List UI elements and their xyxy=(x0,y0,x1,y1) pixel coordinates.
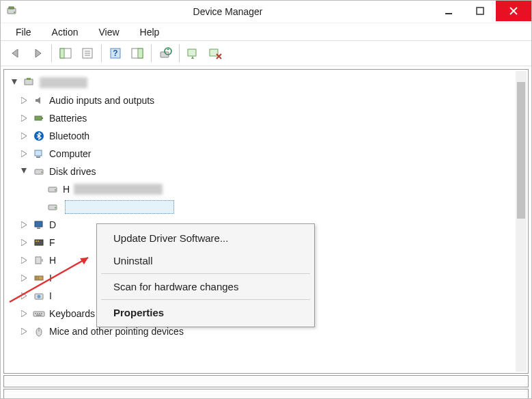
tree-label: Disk drives xyxy=(49,166,96,177)
context-menu-update-driver[interactable]: Update Driver Software... xyxy=(98,227,313,249)
context-menu-properties[interactable]: Properties xyxy=(98,301,313,324)
tree-item-disk-child-selected[interactable] xyxy=(7,198,525,216)
action-button[interactable] xyxy=(127,43,148,64)
speaker-icon xyxy=(33,94,45,107)
app-icon xyxy=(5,5,18,18)
card-icon xyxy=(33,236,45,249)
close-button[interactable] xyxy=(496,1,531,21)
expand-icon[interactable] xyxy=(20,256,29,264)
svg-rect-16 xyxy=(138,49,143,58)
context-menu-scan[interactable]: Scan for hardware changes xyxy=(98,275,313,298)
show-hide-console-button[interactable] xyxy=(55,43,76,64)
tree-label: Computer xyxy=(49,148,91,159)
spacer xyxy=(34,185,42,193)
context-menu-uninstall[interactable]: Uninstall xyxy=(98,249,313,272)
expand-icon[interactable] xyxy=(20,238,29,247)
tree-label: H xyxy=(49,255,56,266)
imaging-icon xyxy=(33,290,45,302)
tree-item-disk-drives[interactable]: Disk drives xyxy=(7,163,525,180)
drive-icon xyxy=(33,165,45,178)
tree-item-bluetooth[interactable]: Bluetooth xyxy=(7,127,525,145)
expand-collapse-icon[interactable] xyxy=(11,79,19,87)
tree-root[interactable] xyxy=(7,74,525,92)
menu-file[interactable]: File xyxy=(6,25,41,39)
expand-icon[interactable] xyxy=(20,292,29,300)
svg-point-35 xyxy=(55,207,56,208)
tree-label: H xyxy=(63,184,70,195)
titlebar: Device Manager xyxy=(1,1,531,23)
tree-label: Audio inputs and outputs xyxy=(49,95,154,106)
menubar: File Action View Help xyxy=(1,23,531,40)
expand-icon[interactable] xyxy=(20,132,29,140)
menu-view[interactable]: View xyxy=(89,25,128,39)
svg-rect-39 xyxy=(36,240,37,242)
svg-point-47 xyxy=(38,295,41,299)
svg-point-2 xyxy=(14,12,15,13)
svg-point-33 xyxy=(55,189,56,191)
tree-label: Batteries xyxy=(49,113,87,124)
obscured-text xyxy=(74,184,163,195)
properties-button[interactable] xyxy=(77,43,98,64)
bluetooth-icon xyxy=(33,130,45,142)
minimize-button[interactable] xyxy=(433,1,464,21)
svg-rect-51 xyxy=(39,313,40,314)
svg-rect-8 xyxy=(60,49,64,58)
window-title: Device Manager xyxy=(23,6,433,17)
svg-rect-49 xyxy=(35,313,36,314)
mouse-icon xyxy=(33,325,45,338)
status-strip-upper xyxy=(3,375,529,387)
svg-rect-50 xyxy=(37,313,38,314)
separator xyxy=(179,44,180,62)
svg-rect-4 xyxy=(477,8,484,14)
svg-rect-29 xyxy=(36,156,40,158)
toolbar: ? xyxy=(1,40,531,66)
drive-icon xyxy=(46,201,59,213)
tree-label: Keyboards xyxy=(49,308,95,319)
tree-item-batteries[interactable]: Batteries xyxy=(7,109,525,127)
collapse-icon[interactable] xyxy=(20,167,29,176)
tree-item-disk-child-1[interactable]: H xyxy=(7,180,525,198)
expand-icon[interactable] xyxy=(20,150,29,158)
context-menu-separator xyxy=(101,299,310,300)
svg-rect-37 xyxy=(37,228,40,229)
tree-item-computer[interactable]: Computer xyxy=(7,145,525,163)
tree-label: I xyxy=(49,290,52,301)
scan-hardware-button[interactable] xyxy=(183,43,204,64)
pc-icon xyxy=(33,148,45,160)
expand-icon[interactable] xyxy=(20,221,29,229)
svg-rect-36 xyxy=(35,221,42,227)
expand-icon[interactable] xyxy=(20,309,29,318)
help-button[interactable]: ? xyxy=(105,43,126,64)
svg-rect-41 xyxy=(36,257,41,264)
svg-rect-53 xyxy=(36,315,42,316)
window-controls xyxy=(433,1,531,23)
separator xyxy=(101,44,102,62)
svg-rect-24 xyxy=(27,78,31,80)
svg-rect-52 xyxy=(41,313,42,314)
computer-icon xyxy=(23,77,36,89)
expand-icon[interactable] xyxy=(20,114,29,122)
tree-root-label xyxy=(40,77,87,88)
menu-action[interactable]: Action xyxy=(42,25,88,39)
svg-rect-1 xyxy=(9,7,14,9)
separator xyxy=(51,44,52,62)
svg-point-31 xyxy=(41,171,42,173)
expand-icon[interactable] xyxy=(20,327,29,335)
back-button[interactable] xyxy=(5,43,26,64)
expand-icon[interactable] xyxy=(20,96,29,105)
tree-label: D xyxy=(49,219,56,230)
tree-item-audio[interactable]: Audio inputs and outputs xyxy=(7,92,525,109)
update-driver-button[interactable] xyxy=(155,43,176,64)
menu-help[interactable]: Help xyxy=(130,25,169,39)
hid-icon xyxy=(33,254,45,266)
tree-label: I xyxy=(49,273,52,284)
maximize-button[interactable] xyxy=(464,1,496,21)
forward-button[interactable] xyxy=(27,43,48,64)
expand-icon[interactable] xyxy=(20,274,29,282)
uninstall-button[interactable] xyxy=(205,43,225,64)
context-menu: Update Driver Software... Uninstall Scan… xyxy=(96,223,315,327)
drive-icon xyxy=(46,183,59,195)
tree-label: Mice and other pointing devices xyxy=(49,326,184,337)
separator xyxy=(151,44,152,62)
device-tree-host: Audio inputs and outputs Batteries Bluet… xyxy=(4,70,528,373)
